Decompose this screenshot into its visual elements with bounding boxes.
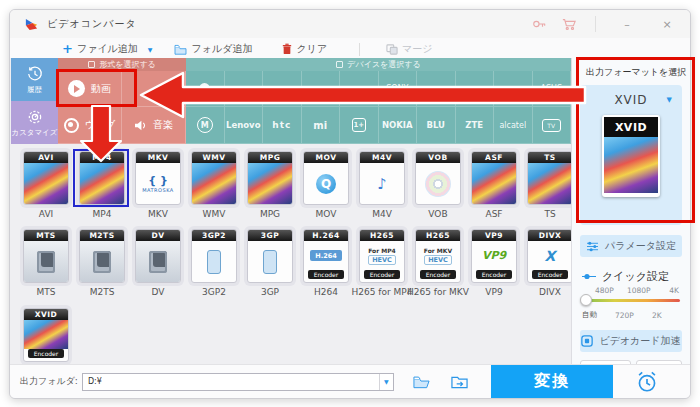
tab-music[interactable]: 音楽 <box>122 107 186 144</box>
format-tile[interactable]: DV DV <box>130 229 186 297</box>
schedule-clock-icon[interactable] <box>635 370 659 394</box>
format-tile[interactable]: MP4 MP4 <box>74 151 130 219</box>
clear-label: クリア <box>296 42 327 56</box>
output-format-select[interactable]: XVID ▼ <box>580 89 682 111</box>
resolution-slider[interactable]: 480P 1080P 4K 自動 720P 2K <box>582 286 680 320</box>
format-banner: MKV <box>136 152 180 163</box>
format-tile[interactable]: 3GP 3GP <box>242 229 298 297</box>
format-tile[interactable]: H265 For MKV HEVC Encoder H265 for MKV <box>410 229 466 297</box>
folder-shortcut-button[interactable] <box>450 373 470 391</box>
device-tab[interactable]: alcatel <box>494 107 533 144</box>
device-tab[interactable] <box>225 71 264 107</box>
device-tab[interactable] <box>417 71 456 107</box>
device-tab[interactable]: htc <box>263 107 302 144</box>
tab-hidden[interactable] <box>122 71 186 107</box>
format-tile[interactable]: VOB VOB <box>410 151 466 219</box>
thumbnail-image <box>604 137 658 193</box>
format-file-icon: TS <box>527 151 573 205</box>
format-label: H265 for MKV <box>407 287 469 297</box>
device-tab[interactable]: honor <box>494 71 533 107</box>
format-tile[interactable]: TS TS <box>522 151 578 219</box>
device-brand-label: NOKIA <box>382 120 413 130</box>
toolbar: + ファイル追加 ▼ フォルダ追加 クリア <box>10 38 690 60</box>
sidebar-item-customize[interactable]: カスタマイズ <box>11 101 58 144</box>
format-tile[interactable]: WMV WMV <box>186 151 242 219</box>
format-tile[interactable]: 3GP2 3GP2 <box>186 229 242 297</box>
encoder-badge: Encoder <box>28 349 64 358</box>
format-tile[interactable]: MOV Q MOV <box>298 151 354 219</box>
device-tab[interactable]: NOKIA <box>379 107 418 144</box>
slider-knob[interactable] <box>580 294 592 306</box>
quick-settings-label: クイック設定 <box>602 269 669 284</box>
format-tile[interactable]: AVI AVI <box>18 151 74 219</box>
format-tile[interactable]: ASF ASF <box>466 151 522 219</box>
format-label: 3GP <box>261 287 279 297</box>
format-tile[interactable]: DIVX X Encoder DIVX <box>522 229 578 297</box>
output-path-combobox[interactable]: D:¥ ▼ <box>82 373 394 391</box>
format-section-header: 形式を選択する <box>58 58 186 71</box>
device-tab[interactable] <box>340 71 379 107</box>
format-tile[interactable]: VP9 VP9 Encoder VP9 <box>466 229 522 297</box>
format-label: MKV <box>148 209 168 219</box>
format-file-icon: MPG <box>247 151 293 205</box>
merge-button: マージ <box>386 42 432 56</box>
license-key-icon[interactable] <box>531 16 547 32</box>
device-tab[interactable] <box>263 71 302 107</box>
format-tile[interactable]: MPG MPG <box>242 151 298 219</box>
plus-icon: + <box>62 44 73 54</box>
file-icon <box>88 61 95 68</box>
tab-web[interactable]: ウェブ <box>58 107 122 144</box>
chip-icon <box>581 335 593 347</box>
device-tab[interactable] <box>302 71 341 107</box>
device-tab[interactable] <box>186 71 225 107</box>
chevron-down-icon[interactable]: ▼ <box>667 96 672 104</box>
convert-button[interactable]: 変換 <box>491 365 613 398</box>
parameter-settings-button[interactable]: パラメータ設定 <box>580 235 682 257</box>
device-tab[interactable]: Lenovo <box>225 107 264 144</box>
format-tile[interactable]: M4V ♪ M4V <box>354 151 410 219</box>
format-file-icon: 3GP2 <box>191 229 237 283</box>
cart-icon[interactable] <box>561 16 577 32</box>
format-tile[interactable]: M2TS M2TS <box>74 229 130 297</box>
format-tile[interactable]: H265 For MP4 HEVC Encoder H265 for MP4 <box>354 229 410 297</box>
device-tab[interactable]: ZTE <box>456 107 495 144</box>
minimize-button[interactable]: – <box>614 15 640 33</box>
add-folder-button[interactable]: フォルダ追加 <box>174 42 252 56</box>
format-banner: XVID <box>24 309 68 320</box>
merge-icon <box>386 44 398 55</box>
device-tab[interactable]: 1+ <box>340 107 379 144</box>
sidebar-item-history[interactable]: 履歴 <box>11 58 58 101</box>
device-tab[interactable]: M <box>186 107 225 144</box>
device-tab[interactable]: ASUS <box>533 71 572 107</box>
combobox-caret-icon[interactable]: ▼ <box>379 374 393 390</box>
device-tab[interactable]: HUAWEI <box>456 71 495 107</box>
open-folder-button[interactable] <box>412 373 432 391</box>
device-tab[interactable]: mi <box>302 107 341 144</box>
merge-label: マージ <box>402 42 432 56</box>
device-brand-row-2-wrap: M Lenovo htc mi 1+ NOKIA BLU <box>186 107 571 144</box>
slider-track[interactable] <box>582 299 680 302</box>
close-button[interactable]: × <box>654 15 680 33</box>
format-label: MP4 <box>93 209 112 219</box>
add-file-caret-icon[interactable]: ▼ <box>148 46 153 53</box>
format-label: DIVX <box>539 287 561 297</box>
format-tile[interactable]: MKV { } MATROSKA MKV <box>130 151 186 219</box>
tab-web-label: ウェブ <box>85 118 116 132</box>
format-tile[interactable]: H.264 H.264 Encoder H264 <box>298 229 354 297</box>
quick-settings-header: クイック設定 <box>582 269 680 284</box>
format-tile[interactable]: MTS MTS <box>18 229 74 297</box>
device-tab[interactable]: SONY <box>379 71 418 107</box>
device-tab[interactable]: TV <box>533 107 572 144</box>
device-tab[interactable]: BLU <box>417 107 456 144</box>
folder-icon <box>174 44 187 55</box>
format-file-icon: H265 For MP4 HEVC Encoder <box>359 229 405 283</box>
tab-music-label: 音楽 <box>153 118 173 132</box>
format-label: H264 <box>314 287 338 297</box>
tab-video[interactable]: 動画 <box>58 71 122 107</box>
slider-tick-480p: 480P <box>595 286 614 295</box>
format-file-icon: MP4 <box>79 151 125 205</box>
gpu-acceleration-button[interactable]: ビデオカード加速 <box>580 330 682 352</box>
slider-tick-2k: 2K <box>652 311 662 320</box>
clear-button[interactable]: クリア <box>282 42 327 56</box>
add-file-button[interactable]: + ファイル追加 ▼ <box>62 42 152 56</box>
